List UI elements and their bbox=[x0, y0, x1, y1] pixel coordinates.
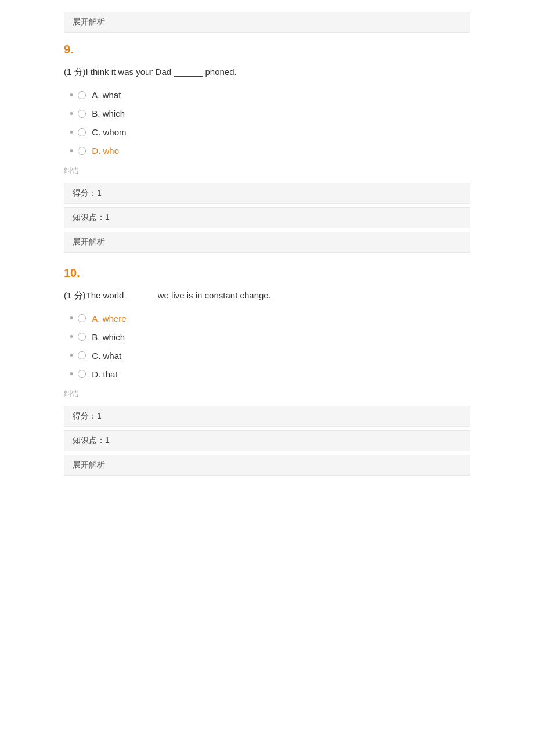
question-9-text: (1 分)I think it was your Dad ______ phon… bbox=[64, 64, 470, 80]
option-10d[interactable]: • D. that bbox=[64, 369, 470, 379]
question-9: 9. (1 分)I think it was your Dad ______ p… bbox=[64, 43, 470, 176]
bullet-9d: • bbox=[70, 146, 73, 156]
question-10-text: (1 分)The world ______ we live is in cons… bbox=[64, 288, 470, 303]
bullet-10a: • bbox=[70, 313, 73, 323]
question-10-options: • A. where • B. which • C. what • D. tha… bbox=[64, 313, 470, 379]
option-label-9b: B. which bbox=[92, 109, 125, 118]
option-9d[interactable]: • D. who bbox=[64, 146, 470, 156]
bullet-9b: • bbox=[70, 109, 73, 119]
expand-bar-q10[interactable]: 展开解析 bbox=[64, 455, 470, 476]
radio-10c[interactable] bbox=[78, 351, 86, 359]
radio-9d[interactable] bbox=[78, 147, 86, 155]
option-10c[interactable]: • C. what bbox=[64, 350, 470, 361]
option-label-9d: D. who bbox=[92, 146, 119, 156]
correction-link-10[interactable]: 纠错 bbox=[64, 388, 470, 399]
bullet-9a: • bbox=[70, 90, 73, 100]
question-9-number: 9. bbox=[64, 43, 470, 56]
score-bar-9: 得分：1 bbox=[64, 183, 470, 204]
bullet-10b: • bbox=[70, 332, 73, 342]
option-label-10c: C. what bbox=[92, 351, 121, 361]
option-10a[interactable]: • A. where bbox=[64, 313, 470, 323]
bullet-10c: • bbox=[70, 350, 73, 361]
expand-bar-q9[interactable]: 展开解析 bbox=[64, 232, 470, 253]
radio-10a[interactable] bbox=[78, 314, 86, 322]
correction-link-9[interactable]: 纠错 bbox=[64, 165, 470, 176]
option-label-10b: B. which bbox=[92, 332, 125, 342]
radio-9a[interactable] bbox=[78, 91, 86, 99]
question-10-number: 10. bbox=[64, 267, 470, 280]
score-bar-10: 得分：1 bbox=[64, 406, 470, 427]
option-9c[interactable]: • C. whom bbox=[64, 127, 470, 138]
option-9b[interactable]: • B. which bbox=[64, 109, 470, 119]
question-9-options: • A. what • B. which • C. whom • D. who bbox=[64, 90, 470, 156]
radio-10b[interactable] bbox=[78, 333, 86, 341]
bullet-10d: • bbox=[70, 369, 73, 379]
expand-bar-top-q9[interactable]: 展开解析 bbox=[64, 12, 470, 33]
option-label-10d: D. that bbox=[92, 369, 117, 379]
option-label-9c: C. whom bbox=[92, 127, 126, 137]
radio-9b[interactable] bbox=[78, 110, 86, 118]
page-container: 展开解析 9. (1 分)I think it was your Dad ___… bbox=[0, 0, 534, 509]
option-10b[interactable]: • B. which bbox=[64, 332, 470, 342]
knowledge-bar-9: 知识点：1 bbox=[64, 207, 470, 228]
option-label-9a: A. what bbox=[92, 90, 121, 100]
radio-10d[interactable] bbox=[78, 370, 86, 378]
option-9a[interactable]: • A. what bbox=[64, 90, 470, 100]
option-label-10a: A. where bbox=[92, 314, 126, 323]
bullet-9c: • bbox=[70, 127, 73, 138]
knowledge-bar-10: 知识点：1 bbox=[64, 430, 470, 451]
question-10: 10. (1 分)The world ______ we live is in … bbox=[64, 267, 470, 399]
radio-9c[interactable] bbox=[78, 128, 86, 136]
